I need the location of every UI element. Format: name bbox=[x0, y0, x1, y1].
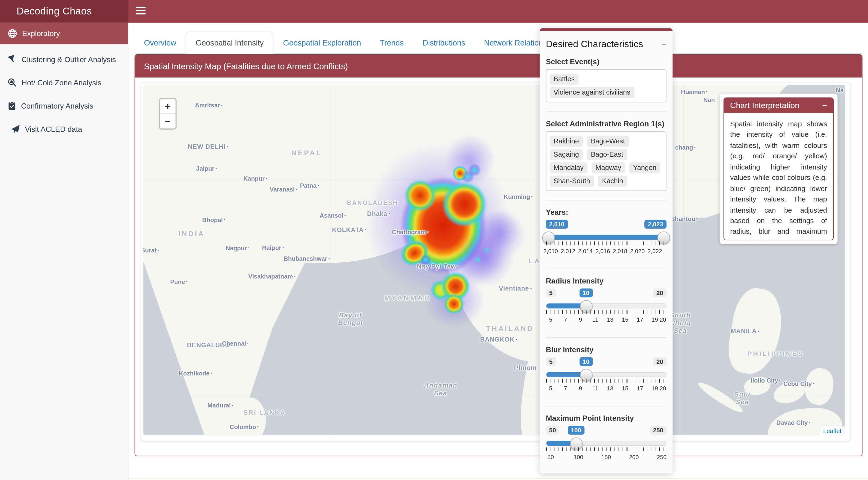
landmass bbox=[803, 366, 836, 407]
zoom-out-button[interactable]: − bbox=[160, 114, 175, 128]
collapse-minus-icon[interactable]: − bbox=[661, 39, 666, 49]
sidebar-item-clustering-outlier[interactable]: Clustering & Outlier Analysis bbox=[0, 48, 128, 71]
card-title: Spatial Intensity Map (Fatalities due to… bbox=[135, 55, 862, 78]
blur-tick-labels: 5 7 9 11 13 15 17 19 20 bbox=[546, 385, 666, 393]
slider-max-badge: 20 bbox=[653, 357, 666, 366]
tab-bar: Overview Geospatial Intensity Geospatial… bbox=[134, 30, 863, 54]
clipboard-check-icon bbox=[8, 101, 16, 110]
app-header: Decoding Chaos bbox=[0, 0, 868, 23]
region-chip[interactable]: Mandalay bbox=[550, 162, 587, 173]
paper-plane-icon bbox=[11, 125, 20, 133]
heat-blob bbox=[479, 211, 518, 250]
region-chip[interactable]: Shan-South bbox=[550, 176, 594, 187]
select-events-label: Select Event(s) bbox=[546, 58, 666, 66]
landmass bbox=[234, 397, 266, 435]
leaflet-link[interactable]: Leaflet bbox=[823, 427, 841, 434]
region-chip[interactable]: Kachin bbox=[598, 176, 627, 187]
slider-min-badge: 5 bbox=[546, 357, 556, 366]
years-track[interactable] bbox=[546, 235, 666, 240]
years-tick-labels: 2,010 2,012 2,014 2,016 2,018 2,020 2,02… bbox=[546, 247, 666, 255]
map-label: Bay of Bengal bbox=[338, 311, 363, 327]
region-chip[interactable]: Bago-East bbox=[587, 149, 627, 160]
radius-track[interactable] bbox=[546, 303, 666, 308]
chart-interpretation-panel: Chart Interpretation − Spatial intensity… bbox=[720, 94, 838, 244]
heat-blob bbox=[405, 180, 436, 211]
slider-ticks bbox=[546, 310, 666, 314]
sidebar-item-label: Clustering & Outlier Analysis bbox=[22, 55, 116, 63]
slider-value-badge: 10 bbox=[579, 289, 593, 297]
event-chip-battles[interactable]: Battles bbox=[550, 74, 579, 85]
events-multiselect[interactable]: Battles Violence against civilians bbox=[546, 69, 666, 102]
divider bbox=[546, 269, 666, 269]
heat-blob bbox=[484, 247, 491, 253]
event-chip-violence[interactable]: Violence against civilians bbox=[550, 87, 634, 98]
years-to-badge: 2,023 bbox=[645, 220, 666, 229]
chart-interpretation-box: Chart Interpretation − Spatial intensity… bbox=[723, 97, 834, 240]
map-zoom-control: + − bbox=[159, 98, 177, 129]
chart-interpretation-title: Chart Interpretation bbox=[730, 98, 799, 113]
chart-interpretation-header: Chart Interpretation − bbox=[724, 98, 833, 113]
slider-max-badge: 20 bbox=[653, 289, 666, 297]
sidebar-item-hot-cold-zone[interactable]: Hot/ Cold Zone Analysis bbox=[0, 71, 128, 94]
region-chip[interactable]: Yangon bbox=[629, 162, 660, 173]
region-chip[interactable]: Magway bbox=[591, 162, 625, 173]
heat-blob bbox=[420, 254, 431, 265]
max-intensity-tick-labels: 50 100 150 200 250 bbox=[546, 453, 666, 461]
graticule-line bbox=[683, 85, 684, 435]
slider-value-badge: 100 bbox=[567, 426, 584, 434]
sidebar-item-label: Confirmatory Analysis bbox=[21, 102, 93, 110]
slider-ticks bbox=[546, 448, 666, 451]
desired-characteristics-panel: Desired Characteristics − Select Event(s… bbox=[540, 28, 673, 473]
slider-min-badge: 50 bbox=[546, 426, 559, 434]
region-chip[interactable]: Sagaing bbox=[550, 149, 583, 160]
footer-divider bbox=[128, 478, 868, 478]
sidebar-item-label: Exploratory bbox=[22, 29, 60, 38]
sidebar-item-visit-acled[interactable]: Visit ACLED data bbox=[0, 117, 128, 141]
heat-blob bbox=[444, 294, 464, 314]
app-title: Decoding Chaos bbox=[0, 0, 128, 23]
zoom-in-button[interactable]: + bbox=[160, 99, 175, 114]
tab-geospatial-exploration[interactable]: Geospatial Exploration bbox=[274, 32, 371, 53]
slider-ticks bbox=[546, 379, 666, 383]
sidebar-item-exploratory[interactable]: Exploratory bbox=[0, 23, 128, 44]
tab-trends[interactable]: Trends bbox=[370, 32, 413, 53]
years-label: Years: bbox=[546, 208, 666, 216]
tab-overview[interactable]: Overview bbox=[134, 32, 186, 53]
region-chip[interactable]: Bago-West bbox=[587, 136, 629, 147]
collapse-minus-icon[interactable]: − bbox=[822, 98, 827, 113]
max-point-intensity-label: Maximum Point Intensity bbox=[546, 414, 666, 422]
search-chart-icon bbox=[8, 78, 17, 87]
slider-min-badge: 5 bbox=[546, 289, 556, 297]
graticule-line bbox=[330, 85, 330, 435]
slider-value-badge: 10 bbox=[579, 357, 593, 366]
blur-intensity-label: Blur Intensity bbox=[546, 346, 666, 354]
divider bbox=[546, 200, 666, 200]
tab-geospatial-intensity[interactable]: Geospatial Intensity bbox=[186, 32, 274, 54]
globe-icon bbox=[8, 29, 17, 38]
funnel-icon bbox=[8, 55, 17, 63]
map-attribution: Leaflet bbox=[820, 426, 845, 435]
sidebar-toggle-hamburger-icon[interactable] bbox=[136, 7, 146, 16]
years-from-badge: 2,010 bbox=[546, 220, 567, 229]
radius-intensity-label: Radius Intensity bbox=[546, 277, 666, 285]
regions-multiselect[interactable]: Rakhine Bago-West Sagaing Bago-East Mand… bbox=[546, 131, 666, 191]
slider-max-badge: 250 bbox=[650, 426, 666, 434]
blur-track[interactable] bbox=[546, 372, 666, 377]
desired-characteristics-title: Desired Characteristics bbox=[546, 39, 643, 50]
sidebar-item-label: Visit ACLED data bbox=[25, 125, 82, 133]
sidebar-item-confirmatory[interactable]: Confirmatory Analysis bbox=[0, 94, 128, 117]
max-intensity-track[interactable] bbox=[546, 441, 666, 446]
heat-blob bbox=[468, 163, 481, 177]
chart-interpretation-text: Spatial intensity map shows the intensit… bbox=[724, 113, 833, 240]
landmass bbox=[143, 190, 307, 435]
divider bbox=[546, 406, 666, 406]
region-chip[interactable]: Rakhine bbox=[550, 136, 583, 147]
tab-distributions[interactable]: Distributions bbox=[413, 32, 474, 53]
heat-blob bbox=[474, 256, 482, 264]
years-fill bbox=[547, 235, 666, 240]
sidebar: Exploratory Clustering & Outlier Analysi… bbox=[0, 23, 128, 480]
radius-tick-labels: 5 7 9 11 13 15 17 19 20 bbox=[546, 316, 666, 324]
graticule-line bbox=[143, 395, 845, 395]
sidebar-item-label: Hot/ Cold Zone Analysis bbox=[22, 79, 101, 87]
blur-intensity-slider: 5 20 10 5 7 9 11 13 15 17 19 20 bbox=[546, 357, 666, 397]
